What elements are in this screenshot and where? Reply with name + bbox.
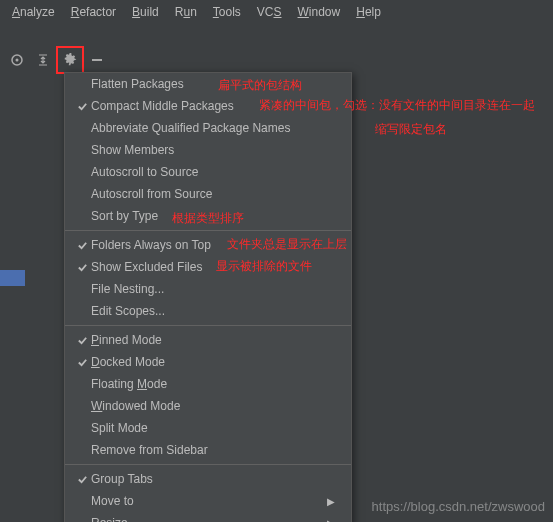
target-icon-button[interactable] bbox=[6, 49, 28, 71]
menu-item-label: Floating Mode bbox=[91, 377, 335, 391]
annotation: 显示被排除的文件 bbox=[216, 258, 312, 275]
menu-item-label: Resize bbox=[91, 516, 327, 522]
annotation: 文件夹总是显示在上层 bbox=[227, 236, 347, 253]
menu-item-label: Windowed Mode bbox=[91, 399, 335, 413]
menu-item-pinned-mode[interactable]: Pinned Mode bbox=[65, 329, 351, 351]
menu-item-split-mode[interactable]: Split Mode bbox=[65, 417, 351, 439]
settings-popup-menu: Flatten PackagesCompact Middle PackagesA… bbox=[64, 72, 352, 522]
menu-separator bbox=[65, 230, 351, 231]
collapse-icon-button[interactable] bbox=[32, 49, 54, 71]
menu-item-floating-mode[interactable]: Floating Mode bbox=[65, 373, 351, 395]
menu-item-autoscroll-to-source[interactable]: Autoscroll to Source bbox=[65, 161, 351, 183]
minimize-icon-button[interactable] bbox=[86, 49, 108, 71]
menu-run[interactable]: Run bbox=[167, 3, 205, 21]
menu-item-label: Pinned Mode bbox=[91, 333, 335, 347]
annotation: 根据类型排序 bbox=[172, 210, 244, 227]
menu-separator bbox=[65, 325, 351, 326]
menu-item-abbreviate-qualified-package-names[interactable]: Abbreviate Qualified Package Names bbox=[65, 117, 351, 139]
svg-rect-2 bbox=[92, 59, 102, 61]
submenu-arrow-icon: ▶ bbox=[327, 496, 335, 507]
menu-item-label: File Nesting... bbox=[91, 282, 335, 296]
menu-item-edit-scopes[interactable]: Edit Scopes... bbox=[65, 300, 351, 322]
menu-item-move-to[interactable]: Move to▶ bbox=[65, 490, 351, 512]
menu-item-flatten-packages[interactable]: Flatten Packages bbox=[65, 73, 351, 95]
menu-refactor[interactable]: Refactor bbox=[63, 3, 124, 21]
menu-item-label: Group Tabs bbox=[91, 472, 335, 486]
menubar: AnalyzeRefactorBuildRunToolsVCSWindowHel… bbox=[0, 0, 553, 24]
menu-item-label: Remove from Sidebar bbox=[91, 443, 335, 457]
menu-item-label: Abbreviate Qualified Package Names bbox=[91, 121, 335, 135]
svg-point-1 bbox=[16, 59, 19, 62]
menu-item-label: Show Members bbox=[91, 143, 335, 157]
menu-item-windowed-mode[interactable]: Windowed Mode bbox=[65, 395, 351, 417]
menu-item-resize[interactable]: Resize▶ bbox=[65, 512, 351, 522]
menu-item-group-tabs[interactable]: Group Tabs bbox=[65, 468, 351, 490]
check-icon bbox=[73, 262, 91, 273]
annotation: 扁平式的包结构 bbox=[218, 77, 302, 94]
check-icon bbox=[73, 101, 91, 112]
gear-icon[interactable] bbox=[63, 52, 77, 69]
menu-item-autoscroll-from-source[interactable]: Autoscroll from Source bbox=[65, 183, 351, 205]
menu-item-file-nesting[interactable]: File Nesting... bbox=[65, 278, 351, 300]
menu-tools[interactable]: Tools bbox=[205, 3, 249, 21]
check-icon bbox=[73, 240, 91, 251]
check-icon bbox=[73, 357, 91, 368]
menu-vcs[interactable]: VCS bbox=[249, 3, 290, 21]
sidebar-selection bbox=[0, 270, 25, 286]
check-icon bbox=[73, 335, 91, 346]
menu-help[interactable]: Help bbox=[348, 3, 389, 21]
menu-build[interactable]: Build bbox=[124, 3, 167, 21]
menu-item-label: Autoscroll from Source bbox=[91, 187, 335, 201]
menu-item-label: Autoscroll to Source bbox=[91, 165, 335, 179]
settings-gear-highlight bbox=[56, 46, 84, 74]
menu-item-label: Split Mode bbox=[91, 421, 335, 435]
menu-separator bbox=[65, 464, 351, 465]
check-icon bbox=[73, 474, 91, 485]
menu-item-docked-mode[interactable]: Docked Mode bbox=[65, 351, 351, 373]
menu-item-label: Docked Mode bbox=[91, 355, 335, 369]
menu-item-remove-from-sidebar[interactable]: Remove from Sidebar bbox=[65, 439, 351, 461]
menu-analyze[interactable]: Analyze bbox=[4, 3, 63, 21]
submenu-arrow-icon: ▶ bbox=[327, 518, 335, 523]
menu-item-label: Move to bbox=[91, 494, 327, 508]
watermark: https://blog.csdn.net/zwswood bbox=[372, 499, 545, 514]
menu-item-show-members[interactable]: Show Members bbox=[65, 139, 351, 161]
annotation: 缩写限定包名 bbox=[375, 121, 447, 138]
menu-item-label: Edit Scopes... bbox=[91, 304, 335, 318]
annotation: 紧凑的中间包，勾选：没有文件的中间目录连在一起 bbox=[259, 97, 535, 114]
menu-window[interactable]: Window bbox=[290, 3, 349, 21]
